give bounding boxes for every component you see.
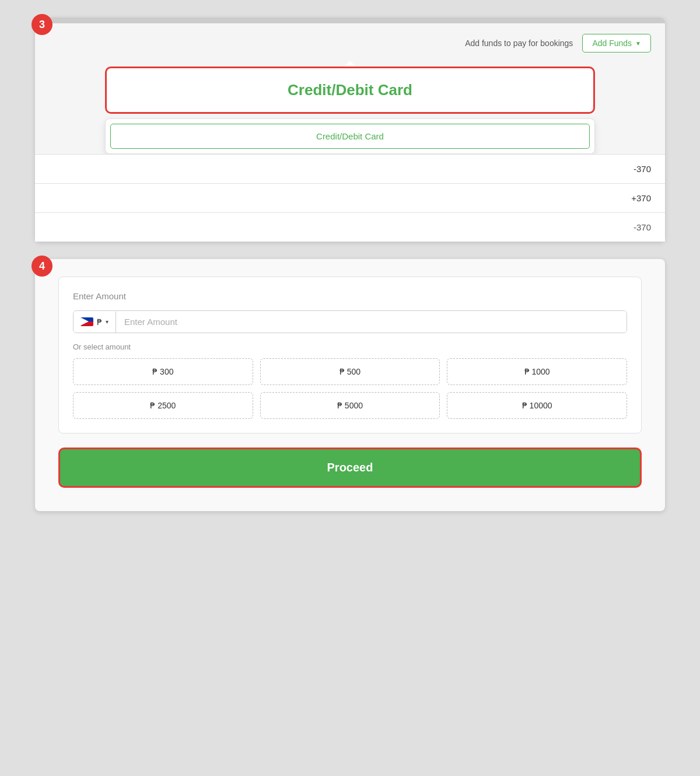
proceed-button[interactable]: Proceed bbox=[58, 448, 642, 488]
amount-option-500[interactable]: ₱ 500 bbox=[260, 358, 440, 385]
amount-option-2500[interactable]: ₱ 2500 bbox=[73, 392, 253, 419]
credit-card-highlighted-text: Credit/Debit Card bbox=[288, 81, 412, 99]
table-row-2: +370 bbox=[35, 183, 665, 212]
amount-input[interactable] bbox=[116, 311, 626, 333]
amount-grid: ₱ 300 ₱ 500 ₱ 1000 ₱ 2500 ₱ 5000 ₱ 10000 bbox=[73, 358, 627, 419]
enter-amount-card: Enter Amount ₱ ▾ Or select amount ₱ 300 … bbox=[58, 277, 642, 434]
enter-amount-label: Enter Amount bbox=[73, 291, 627, 301]
amount-option-300-label: ₱ 300 bbox=[152, 367, 173, 376]
table-row-3-value: -370 bbox=[634, 222, 651, 232]
or-select-label: Or select amount bbox=[73, 342, 627, 351]
table-row-1: -370 bbox=[35, 154, 665, 183]
amount-option-2500-label: ₱ 2500 bbox=[150, 401, 176, 410]
section3-header: Add funds to pay for bookings Add Funds … bbox=[35, 23, 665, 61]
section3-content: Add funds to pay for bookings Add Funds … bbox=[35, 23, 665, 242]
amount-option-10000[interactable]: ₱ 10000 bbox=[447, 392, 627, 419]
dropdown-arrow-icon bbox=[344, 61, 356, 67]
amount-option-300[interactable]: ₱ 300 bbox=[73, 358, 253, 385]
proceed-btn-wrapper: Proceed bbox=[58, 448, 642, 488]
add-funds-prompt: Add funds to pay for bookings bbox=[465, 39, 573, 48]
table-row-2-value: +370 bbox=[631, 193, 651, 203]
add-funds-button-label: Add Funds bbox=[592, 39, 632, 48]
grey-bar bbox=[35, 18, 665, 23]
currency-code: ₱ bbox=[97, 317, 102, 327]
section-3: 3 Add funds to pay for bookings Add Fund… bbox=[35, 18, 665, 242]
amount-option-1000-label: ₱ 1000 bbox=[524, 367, 550, 376]
amount-option-10000-label: ₱ 10000 bbox=[522, 401, 552, 410]
flag-philippines-icon bbox=[80, 317, 93, 326]
section4-content: Enter Amount ₱ ▾ Or select amount ₱ 300 … bbox=[35, 259, 665, 511]
proceed-button-label: Proceed bbox=[327, 461, 373, 474]
step-badge-3: 3 bbox=[32, 14, 52, 35]
chevron-down-icon: ▼ bbox=[635, 40, 641, 47]
credit-card-highlighted-box[interactable]: Credit/Debit Card bbox=[105, 67, 595, 114]
amount-option-1000[interactable]: ₱ 1000 bbox=[447, 358, 627, 385]
dropdown-credit-card-option[interactable]: Credit/Debit Card bbox=[110, 124, 590, 149]
step-badge-4: 4 bbox=[32, 256, 52, 277]
currency-selector[interactable]: ₱ ▾ bbox=[74, 312, 116, 333]
table-row-3: -370 bbox=[35, 212, 665, 242]
dropdown-arrow-spacer bbox=[35, 61, 665, 67]
table-row-1-value: -370 bbox=[634, 164, 651, 174]
dropdown-panel: Credit/Debit Card bbox=[105, 118, 595, 154]
amount-option-500-label: ₱ 500 bbox=[340, 367, 360, 376]
amount-option-5000-label: ₱ 5000 bbox=[337, 401, 363, 410]
currency-input-row: ₱ ▾ bbox=[73, 310, 627, 333]
section-4: 4 Enter Amount ₱ ▾ Or select amount ₱ 30… bbox=[35, 259, 665, 511]
currency-chevron-icon: ▾ bbox=[106, 319, 108, 325]
amount-option-5000[interactable]: ₱ 5000 bbox=[260, 392, 440, 419]
add-funds-button[interactable]: Add Funds ▼ bbox=[582, 34, 651, 53]
